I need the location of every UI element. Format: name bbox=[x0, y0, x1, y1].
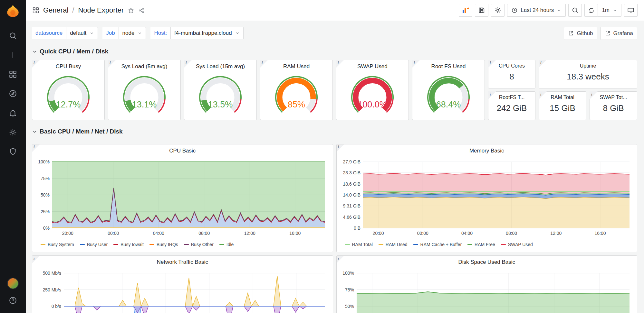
top-navbar: General / Node Exporter Last 24 hours bbox=[26, 0, 644, 21]
panel-info-icon[interactable]: i bbox=[336, 60, 344, 68]
grafana-link-button[interactable]: Grafana bbox=[601, 27, 637, 40]
panel-info-icon[interactable]: i bbox=[488, 60, 496, 68]
variable-value-dropdown[interactable]: f4-mumbai.frappe.cloud bbox=[170, 27, 244, 39]
legend-item[interactable]: SWAP Used bbox=[501, 242, 533, 247]
star-icon[interactable] bbox=[128, 7, 134, 14]
variable-value-dropdown[interactable]: node bbox=[119, 27, 146, 39]
github-link-button[interactable]: Github bbox=[564, 27, 597, 40]
panel-title[interactable]: Root FS Used bbox=[412, 60, 485, 70]
panel-info-icon[interactable]: i bbox=[336, 144, 344, 152]
panel-info-icon[interactable]: i bbox=[260, 60, 268, 68]
admin-shield-icon[interactable] bbox=[5, 144, 20, 159]
explore-compass-icon[interactable] bbox=[5, 86, 20, 101]
panel-rootfs-total: i RootFS T... 242 GiB bbox=[488, 91, 535, 120]
panel-title[interactable]: CPU Busy bbox=[32, 60, 104, 70]
panel-title[interactable]: Network Traffic Basic bbox=[32, 256, 333, 265]
refresh-interval-label: 1m bbox=[602, 7, 610, 14]
panel-info-icon[interactable]: i bbox=[539, 60, 547, 68]
legend-item[interactable]: Busy User bbox=[80, 242, 108, 247]
breadcrumb-folder[interactable]: General bbox=[43, 6, 68, 14]
chevron-down-icon bbox=[612, 8, 617, 13]
legend-swatch bbox=[113, 244, 118, 245]
legend-item[interactable]: Busy Iowait bbox=[113, 242, 144, 247]
svg-text:50%: 50% bbox=[41, 192, 50, 198]
refresh-button[interactable] bbox=[584, 4, 598, 17]
legend-item[interactable]: RAM Total bbox=[345, 242, 373, 247]
refresh-interval-select[interactable]: 1m bbox=[598, 4, 621, 17]
kiosk-tv-button[interactable] bbox=[624, 4, 638, 17]
panel-info-icon[interactable]: i bbox=[590, 91, 598, 99]
external-link-icon bbox=[568, 31, 574, 36]
variable-value-dropdown[interactable]: default bbox=[66, 27, 98, 39]
panel-info-icon[interactable]: i bbox=[412, 60, 420, 68]
legend-item[interactable]: Busy System bbox=[41, 242, 74, 247]
panel-info-icon[interactable]: i bbox=[32, 60, 40, 68]
stat-value: 8 GiB bbox=[590, 103, 637, 113]
alerting-bell-icon[interactable] bbox=[5, 106, 20, 120]
time-range-label: Last 24 hours bbox=[521, 7, 554, 14]
panel-info-icon[interactable]: i bbox=[32, 255, 40, 263]
panel-info-icon[interactable]: i bbox=[336, 255, 344, 263]
variable-value: default bbox=[70, 30, 86, 36]
panel-info-icon[interactable]: i bbox=[539, 91, 547, 99]
grafana-logo-icon[interactable] bbox=[6, 4, 20, 19]
svg-text:20:00: 20:00 bbox=[62, 231, 73, 236]
dashboard-settings-button[interactable] bbox=[491, 4, 505, 17]
panel-title[interactable]: CPU Basic bbox=[32, 144, 333, 154]
panel-info-icon[interactable]: i bbox=[488, 91, 496, 99]
save-dashboard-button[interactable] bbox=[475, 4, 488, 17]
panel-title[interactable]: Memory Basic bbox=[337, 144, 637, 154]
help-icon[interactable] bbox=[5, 293, 20, 308]
memory-basic-chart: 20:0000:0004:0008:0012:0016:000 B4.66 Gi… bbox=[339, 159, 634, 237]
panel-title[interactable]: Disk Space Used Basic bbox=[337, 256, 637, 265]
svg-text:04:00: 04:00 bbox=[153, 231, 164, 236]
legend-label: RAM Used bbox=[386, 242, 408, 247]
panel-title[interactable]: Sys Load (5m avg) bbox=[108, 60, 180, 70]
legend-item[interactable]: Busy IRQs bbox=[149, 242, 178, 247]
row-header-quick[interactable]: Quick CPU / Mem / Disk bbox=[32, 48, 644, 55]
svg-text:100%: 100% bbox=[38, 159, 50, 164]
panel-title[interactable]: Sys Load (15m avg) bbox=[184, 60, 256, 70]
legend-label: Busy System bbox=[48, 242, 74, 247]
legend-item[interactable]: RAM Used bbox=[379, 242, 408, 247]
svg-text:0 B: 0 B bbox=[353, 226, 360, 231]
panel-info-icon[interactable]: i bbox=[32, 144, 40, 152]
panel-disk-space-used-basic: i Disk Space Used Basic 20:0000:0004:000… bbox=[336, 255, 638, 313]
disk-space-used-chart: 20:0000:0004:0008:0012:0016:00100%75%50%… bbox=[339, 270, 634, 313]
refresh-group: 1m bbox=[584, 4, 621, 17]
svg-text:12:00: 12:00 bbox=[244, 231, 255, 236]
user-avatar[interactable] bbox=[7, 278, 19, 289]
panel-title[interactable]: SWAP Used bbox=[336, 60, 409, 70]
create-plus-icon[interactable] bbox=[5, 48, 20, 62]
legend-item[interactable]: RAM Cache + Buffer bbox=[413, 242, 462, 247]
legend-swatch bbox=[184, 244, 189, 245]
breadcrumb-dashboard[interactable]: Node Exporter bbox=[78, 6, 124, 14]
breadcrumb-separator: / bbox=[72, 6, 74, 14]
search-icon[interactable] bbox=[5, 28, 20, 43]
chevron-down-icon bbox=[235, 31, 240, 35]
panel-title[interactable]: Uptime bbox=[539, 60, 637, 69]
sidebar-nav bbox=[5, 28, 20, 159]
legend-item[interactable]: Idle bbox=[219, 242, 234, 247]
submenu-bar: datasource default Job node Host: f4-mum… bbox=[26, 21, 644, 40]
row-header-basic[interactable]: Basic CPU / Mem / Net / Disk bbox=[32, 128, 644, 135]
topbar-actions: Last 24 hours 1m bbox=[459, 4, 638, 17]
panel-title[interactable]: RAM Used bbox=[260, 60, 332, 70]
legend-item[interactable]: Busy Other bbox=[184, 242, 214, 247]
panel-info-icon[interactable]: i bbox=[184, 60, 192, 68]
chevron-down-icon bbox=[557, 8, 562, 13]
gauge-row: i CPU Busy 12.7% i Sys Load (5m avg) 13.… bbox=[26, 60, 644, 120]
dashboards-icon[interactable] bbox=[5, 67, 20, 82]
panel-info-icon[interactable]: i bbox=[108, 60, 116, 68]
add-panel-button[interactable] bbox=[459, 4, 472, 17]
panel-uptime: i Uptime 18.3 weeks bbox=[539, 60, 637, 88]
cpu-basic-legend: Busy SystemBusy UserBusy IowaitBusy IRQs… bbox=[41, 240, 330, 249]
row-title: Basic CPU / Mem / Net / Disk bbox=[40, 128, 123, 135]
legend-item[interactable]: RAM Free bbox=[467, 242, 495, 247]
share-icon[interactable] bbox=[138, 7, 145, 14]
time-range-picker[interactable]: Last 24 hours bbox=[507, 4, 566, 17]
configuration-gear-icon[interactable] bbox=[5, 125, 20, 140]
legend-label: Busy Iowait bbox=[120, 242, 144, 247]
svg-text:50%: 50% bbox=[345, 304, 354, 309]
zoom-out-time-button[interactable] bbox=[568, 4, 582, 17]
